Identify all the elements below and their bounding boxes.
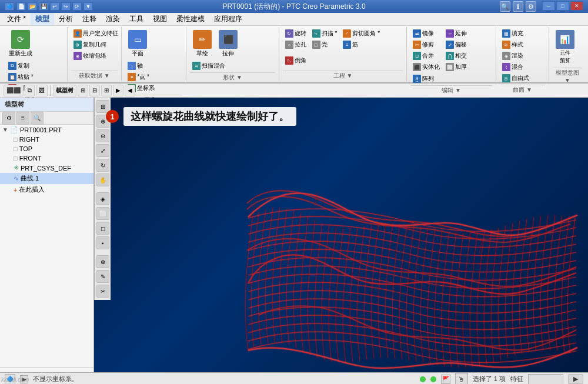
minimize-button[interactable]: ─ xyxy=(542,1,555,11)
status-end-button[interactable]: ▶ xyxy=(568,374,583,384)
shade-button[interactable]: ◈ xyxy=(96,192,109,205)
array-button[interactable]: ⣿ 阵列 xyxy=(410,74,436,84)
user-feature-button[interactable]: 👤 用户定义特征 xyxy=(71,28,121,39)
regenerate-icon[interactable]: ⟳ xyxy=(72,2,82,11)
zoom-fit-button[interactable]: ⤢ xyxy=(96,144,109,157)
sweep-blend-button[interactable]: ≋ 扫描混合 xyxy=(190,61,228,71)
tree-item-prt0001[interactable]: ▼ 📄 PRT0001.PRT xyxy=(0,125,93,135)
offset-button[interactable]: ⤢ 偏移 xyxy=(443,39,469,50)
menu-applications[interactable]: 应用程序 xyxy=(209,13,247,25)
new-icon[interactable]: 📄 xyxy=(16,2,26,11)
menu-analysis[interactable]: 分析 xyxy=(54,13,78,25)
hole-button[interactable]: ○ 拉孔 xyxy=(283,39,309,50)
chamfer-button[interactable]: ◺ 倒角 xyxy=(283,55,309,66)
tree-btn-arrow-right[interactable]: ▶ xyxy=(113,85,123,96)
trim-button[interactable]: ✂ 修剪 xyxy=(410,39,442,50)
datum-display-button[interactable]: ⊕ xyxy=(96,255,109,268)
merge-button[interactable]: ⊔ 合并 xyxy=(410,51,442,61)
rotate-view-button[interactable]: ↻ xyxy=(96,159,109,172)
tree-btn-arrow[interactable]: ◀ xyxy=(125,85,135,96)
app-icon[interactable]: 🔷 xyxy=(5,2,14,11)
copy-button[interactable]: ⧉ 复制 xyxy=(6,61,36,71)
save-icon[interactable]: 💾 xyxy=(39,2,48,11)
mirror-button[interactable]: ⇌ 镜像 xyxy=(410,28,442,39)
rib-button[interactable]: ≡ 筋 xyxy=(340,39,382,50)
view-btn-3[interactable]: 🖼 xyxy=(36,85,48,96)
fill-icon: ▦ xyxy=(502,29,510,38)
style-button[interactable]: ≋ 样式 xyxy=(500,39,532,50)
copy-geom-button[interactable]: ⊕ 复制几何 xyxy=(71,39,121,50)
annotations-button[interactable]: ✎ xyxy=(96,270,109,283)
model-tree-items: ▼ 📄 PRT0001.PRT □ RIGHT □ TOP □ FRONT xyxy=(0,125,93,367)
tree-item-curve1[interactable]: ∿ 曲线 1 xyxy=(0,173,93,184)
info-icon[interactable]: ℹ xyxy=(513,1,523,12)
undo-icon[interactable]: ↩ xyxy=(50,2,59,11)
point-button[interactable]: ✦ *点 * xyxy=(125,72,157,82)
solid-icon: ⬛ xyxy=(413,63,421,71)
window-controls: 🔍 ℹ ⚙ ─ □ ✕ xyxy=(500,1,583,12)
help-search-icon[interactable]: 🔍 xyxy=(500,1,510,12)
rotate-button[interactable]: ↻ 旋转 xyxy=(283,28,309,39)
render2-button[interactable]: ◈ 渲染 xyxy=(500,51,532,61)
menu-view[interactable]: 视图 xyxy=(148,13,172,25)
menu-render[interactable]: 渲染 xyxy=(101,13,125,25)
no-hidden-button[interactable]: ▪ xyxy=(96,236,109,249)
hidden-lines-button[interactable]: ◻ xyxy=(96,222,109,235)
menu-model[interactable]: 模型 xyxy=(31,13,54,25)
section-button[interactable]: ✂ xyxy=(96,285,109,298)
paste-button[interactable]: 📋 粘贴 * xyxy=(6,72,36,82)
round-button[interactable]: ◜ 剪切圆角 * xyxy=(340,28,382,39)
ribbon-group-surface: ▦ 填充 ≋ 样式 ◈ 渲染 ⌇ 混合 xyxy=(496,27,549,81)
menu-tools[interactable]: 工具 xyxy=(125,13,148,25)
model-tree-btn[interactable]: 模型树 xyxy=(53,85,76,96)
tree-item-insert[interactable]: + 在此插入 xyxy=(0,184,93,195)
wireframe-button[interactable]: ⬜ xyxy=(96,207,109,220)
tree-settings-button[interactable]: ⚙ xyxy=(2,112,15,125)
axis-button[interactable]: | 轴 xyxy=(125,61,157,71)
extrude-button[interactable]: ⬛ 拉伸 xyxy=(216,28,240,59)
thicken-button[interactable]: ⬜ 加厚 xyxy=(443,62,469,72)
plane-button[interactable]: ▭ 平面 xyxy=(125,28,150,59)
tree-item-icon-right: □ xyxy=(14,136,18,143)
selected-count-label: 选择了 1 项 xyxy=(473,375,506,383)
menu-annotation[interactable]: 注释 xyxy=(78,13,101,25)
tree-item-csys[interactable]: ✳ PRT_CSYS_DEF xyxy=(0,163,93,173)
tree-btn-expand[interactable]: ⊞ xyxy=(101,85,112,96)
viewport[interactable]: 1 这样螺旋花曲线就快速绘制好了。 xyxy=(94,98,588,372)
element-budget-button[interactable]: 📊 元件预算 xyxy=(553,28,577,66)
view-btn-2[interactable]: ⧉ xyxy=(25,85,35,96)
redo-icon[interactable]: ↪ xyxy=(61,2,71,11)
sketch-button[interactable]: ✏ 草绘 xyxy=(190,28,215,59)
more-icon[interactable]: ▼ xyxy=(83,2,93,11)
tree-btn-filter[interactable]: ⊞ xyxy=(78,85,88,96)
feature-label: 特征 xyxy=(510,375,523,383)
settings-icon[interactable]: ⚙ xyxy=(526,1,536,12)
paste-icon: 📋 xyxy=(8,73,16,81)
fill-button[interactable]: ▦ 填充 xyxy=(500,28,532,39)
regenerate-button[interactable]: ⟳ 重新生成 xyxy=(6,28,35,59)
pan-button[interactable]: ✋ xyxy=(96,173,109,186)
restore-button[interactable]: □ xyxy=(556,1,569,11)
tree-item-right[interactable]: □ RIGHT xyxy=(0,135,93,144)
zoom-out-button[interactable]: ⊖ xyxy=(96,129,109,142)
scan-button[interactable]: ⤷ 扫描 * xyxy=(310,28,340,39)
freestyle-button[interactable]: ◎ 自由式 xyxy=(500,73,532,84)
tree-item-front[interactable]: □ FRONT xyxy=(0,153,93,163)
menu-flexible-modeling[interactable]: 柔性建模 xyxy=(172,13,209,25)
view-btn-1[interactable]: ⬛⬛ xyxy=(4,85,24,96)
menu-file[interactable]: 文件 * xyxy=(2,13,31,25)
tree-search-button[interactable]: 🔍 xyxy=(31,112,44,125)
shell-button[interactable]: ◻ 壳 xyxy=(310,39,340,50)
shrink-button[interactable]: ◈ 收缩包络 xyxy=(71,51,121,61)
tree-btn-collapse[interactable]: ⊟ xyxy=(89,85,100,96)
blend-icon: ⌇ xyxy=(502,63,510,71)
intersect-button[interactable]: ⋂ 相交 xyxy=(443,51,469,61)
open-icon[interactable]: 📂 xyxy=(28,2,37,11)
extend-button[interactable]: ↔ 延伸 xyxy=(443,28,469,39)
blend-button[interactable]: ⌇ 混合 xyxy=(500,62,532,72)
status-mouse-icon[interactable]: 🖱 xyxy=(455,373,468,385)
tree-item-top[interactable]: □ TOP xyxy=(0,144,93,153)
solid-button[interactable]: ⬛ 实体化 xyxy=(410,62,442,72)
tree-filter-button[interactable]: ≡ xyxy=(16,112,29,125)
close-button[interactable]: ✕ xyxy=(570,1,583,11)
